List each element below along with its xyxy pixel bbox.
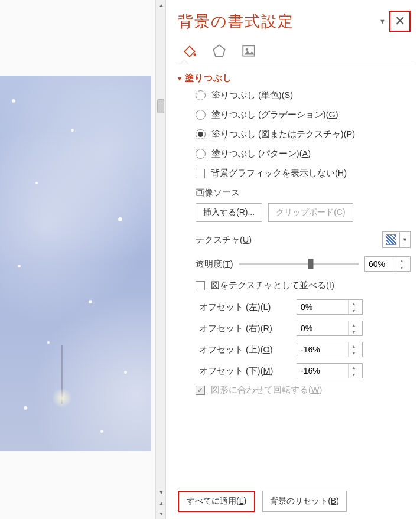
transparency-input[interactable] [365, 259, 396, 269]
offset-top-spinbox[interactable]: ▲▼ [297, 342, 363, 357]
offset-bottom-input[interactable] [297, 366, 348, 376]
scrollbar-thumb[interactable] [157, 99, 164, 113]
close-button[interactable]: ✕ [389, 11, 411, 32]
offset-right-label: オフセット (右)(R) [199, 323, 297, 334]
spin-down-icon[interactable]: ▼ [349, 350, 359, 357]
texture-swatch-icon [386, 234, 396, 245]
spin-down-icon[interactable]: ▼ [349, 371, 359, 378]
slider-thumb[interactable] [308, 259, 314, 269]
transparency-slider[interactable] [239, 258, 359, 270]
offset-left-spinbox[interactable]: ▲▼ [297, 299, 363, 315]
spin-down-icon[interactable]: ▼ [349, 328, 359, 335]
apply-to-all-button[interactable]: すべてに適用(L) [178, 491, 255, 512]
radio-gradient-fill[interactable]: 塗りつぶし (グラデーション)(G) [196, 109, 411, 120]
radio-icon [196, 110, 206, 120]
image-source-label: 画像ソース [196, 187, 411, 198]
transparency-spinbox[interactable]: ▲▼ [364, 256, 411, 272]
scrollbar-track[interactable] [156, 11, 165, 487]
texture-picker-button[interactable] [382, 231, 400, 248]
radio-picture-label: 塗りつぶし (図またはテクスチャ)(P) [211, 129, 355, 140]
offset-bottom-label: オフセット (下)(M) [199, 365, 297, 377]
spin-up-icon[interactable]: ▲ [349, 364, 359, 371]
tab-fill[interactable] [180, 41, 199, 60]
checkbox-rotate-with-shape: ✓ 図形に合わせて回転する(W) [196, 384, 411, 396]
radio-solid-fill[interactable]: 塗りつぶし (単色)(S) [196, 90, 411, 101]
checkbox-icon [196, 281, 205, 290]
spin-up-icon[interactable]: ▲ [349, 300, 359, 307]
section-fill-label: 塗りつぶし [185, 73, 232, 84]
prev-slide-button[interactable]: ▲ [156, 498, 167, 508]
radio-icon [196, 129, 206, 139]
texture-dropdown-button[interactable]: ▼ [400, 231, 411, 248]
preview-column [0, 0, 155, 519]
spin-down-icon[interactable]: ▼ [396, 264, 407, 271]
reset-background-button[interactable]: 背景のリセット(B) [262, 491, 347, 512]
offset-top-label: オフセット (上)(O) [199, 344, 297, 355]
checkbox-rotate-label: 図形に合わせて回転する(W) [211, 384, 322, 396]
insert-image-button[interactable]: 挿入する(R)... [196, 203, 262, 222]
radio-pattern-label: 塗りつぶし (パターン)(A) [211, 148, 311, 159]
checkbox-tile-texture[interactable]: 図をテクスチャとして並べる(I) [196, 280, 411, 291]
category-tabs [180, 41, 411, 60]
scroll-down-arrow[interactable]: ▼ [156, 487, 167, 498]
radio-picture-fill[interactable]: 塗りつぶし (図またはテクスチャ)(P) [196, 129, 411, 140]
format-background-panel: 背景の書式設定 ▼ ✕ ▾ 塗りつぶし 塗りつぶし (単色)(S) 塗りつぶし … [166, 0, 420, 519]
offset-top-input[interactable] [297, 345, 348, 354]
texture-label: テクスチャ(U) [196, 234, 382, 246]
radio-pattern-fill[interactable]: 塗りつぶし (パターン)(A) [196, 148, 411, 159]
picture-icon [241, 43, 256, 58]
spin-up-icon[interactable]: ▲ [349, 321, 359, 328]
collapse-triangle-icon: ▾ [178, 74, 181, 83]
next-slide-button[interactable]: ▼ [156, 508, 167, 519]
pentagon-icon [211, 43, 227, 58]
offset-right-input[interactable] [297, 324, 348, 333]
offset-left-input[interactable] [297, 302, 348, 312]
svg-point-2 [246, 48, 248, 51]
lamp-decoration [50, 345, 74, 439]
tab-picture[interactable] [239, 41, 258, 60]
panel-title: 背景の書式設定 [178, 11, 376, 32]
spin-up-icon[interactable]: ▲ [349, 342, 359, 350]
scroll-up-arrow[interactable]: ▲ [156, 0, 167, 11]
svg-point-0 [194, 53, 196, 56]
offset-right-spinbox[interactable]: ▲▼ [297, 321, 363, 336]
radio-icon [196, 90, 206, 100]
checkbox-hide-bg-label: 背景グラフィックを表示しない(H) [211, 168, 347, 179]
transparency-label: 透明度(T) [196, 259, 233, 270]
slide-preview [0, 76, 151, 451]
panel-options-dropdown[interactable]: ▼ [376, 14, 389, 28]
checkbox-icon [196, 169, 205, 178]
paint-bucket-icon [182, 43, 197, 58]
checkbox-tile-label: 図をテクスチャとして並べる(I) [211, 280, 334, 291]
vertical-scrollbar[interactable]: ▲ ▼ ▲ ▼ [155, 0, 166, 519]
tab-effects[interactable] [210, 41, 229, 60]
spin-up-icon[interactable]: ▲ [396, 257, 407, 264]
radio-icon [196, 149, 206, 159]
offset-bottom-spinbox[interactable]: ▲▼ [297, 363, 363, 378]
radio-gradient-label: 塗りつぶし (グラデーション)(G) [211, 109, 338, 120]
checkbox-hide-bg-graphics[interactable]: 背景グラフィックを表示しない(H) [196, 168, 411, 179]
clipboard-button: クリップボード(C) [268, 203, 353, 222]
radio-solid-label: 塗りつぶし (単色)(S) [211, 90, 293, 101]
section-fill-header[interactable]: ▾ 塗りつぶし [178, 73, 411, 84]
spin-down-icon[interactable]: ▼ [349, 307, 359, 314]
checkbox-icon: ✓ [196, 386, 205, 395]
offset-left-label: オフセット (左)(L) [199, 302, 297, 313]
